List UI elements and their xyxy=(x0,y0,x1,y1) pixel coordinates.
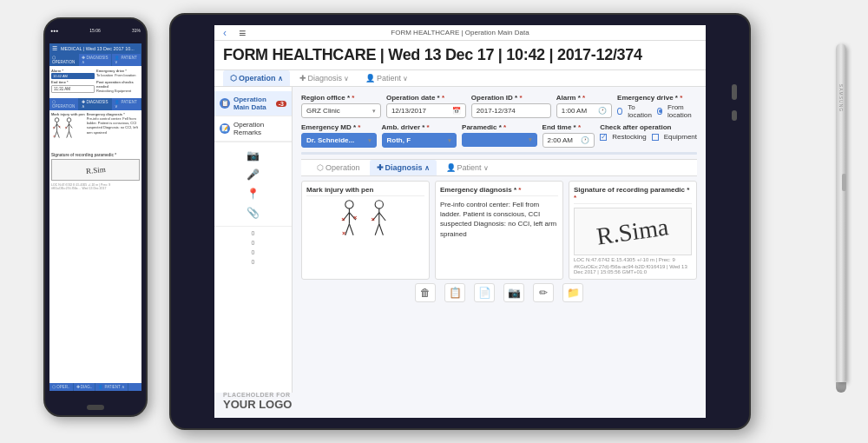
folder-button[interactable]: 📁 xyxy=(562,283,583,302)
end-time-input[interactable]: 2:00 AM 🕐 xyxy=(542,133,595,148)
counter4: 0 xyxy=(252,259,255,265)
back-button[interactable]: ‹ xyxy=(223,27,227,39)
emergency-diagnosis-panel: Emergency diagnosis * Pre-info control c… xyxy=(435,181,563,280)
operation-date-group: Operation date * 12/13/2017 📅 xyxy=(386,94,466,119)
op-id-input[interactable]: 2017-12/374 xyxy=(471,103,551,118)
tab-patient[interactable]: 👤 Patient ∨ xyxy=(358,70,415,86)
bottom-tab-operation[interactable]: ⬡ Operation xyxy=(310,160,367,175)
sidebar-item-operation-main[interactable]: 📋 Operation Main Data -3 xyxy=(214,91,292,116)
phone-body-diagram: × × × × xyxy=(51,116,76,149)
phone-tab-operation[interactable]: ⬡ OPERATION xyxy=(49,54,79,66)
photo-button[interactable]: 📷 xyxy=(503,283,524,302)
stylus-pen: SAMSUNG xyxy=(833,43,849,391)
region-office-input[interactable]: GRZ Clinic ▾ xyxy=(301,103,381,118)
to-location[interactable]: To location xyxy=(96,73,113,77)
chevron-down-icon: ∨ xyxy=(344,75,349,83)
equipment-check[interactable]: Equipment xyxy=(115,89,131,93)
phone-tab-patient[interactable]: 👤 PATIENT ∨ xyxy=(112,54,141,66)
phone-sig-area[interactable]: R.Sim xyxy=(51,159,140,181)
op-date-label: Operation date * xyxy=(386,94,466,102)
phone-bot-tab-op[interactable]: ⬡ OPER.. xyxy=(49,383,74,391)
stylus-side-button[interactable] xyxy=(842,174,846,191)
delete-button[interactable]: 🗑 xyxy=(415,283,436,302)
counter2: 0 xyxy=(252,240,255,246)
hamburger-icon[interactable]: ☰ xyxy=(52,45,57,52)
phone-body: ●●● 15:06 31% ☰ MEDICAL | Wed 13 Dec 201… xyxy=(43,17,148,417)
phone-vol-down-button[interactable] xyxy=(43,93,45,110)
tab-operation[interactable]: ⬡ Operation ∧ xyxy=(223,70,290,86)
svg-point-16 xyxy=(345,200,353,208)
phone-diag-text: Pre-info control center: Fell from ladde… xyxy=(87,116,140,135)
tablet-vol-button[interactable] xyxy=(732,110,737,121)
alarm-group: Alarm * 1:00 AM 🕐 xyxy=(556,94,612,119)
radio-from-location[interactable] xyxy=(657,108,662,115)
sidebar-op-remarks-label: Operation Remarks xyxy=(233,121,286,136)
phone-diag-section: Mark injury with pen × × × xyxy=(49,110,141,152)
menu-icon[interactable]: ≡ xyxy=(239,26,246,40)
mic-icon[interactable]: 🎤 xyxy=(247,169,260,181)
emerg-md-input[interactable]: Dr. Schneide... ▾ xyxy=(301,133,377,148)
dropdown-arrow2: ▾ xyxy=(368,137,372,144)
check-after-label: Check after operation xyxy=(600,123,697,131)
radio-to-location[interactable] xyxy=(617,108,622,115)
bottom-tab-diagnosis[interactable]: ✚ Diagnosis ∧ xyxy=(370,160,437,175)
clock-icon: 🕐 xyxy=(598,107,607,115)
svg-text:×: × xyxy=(353,214,358,222)
location-icon[interactable]: 📍 xyxy=(247,188,260,200)
tablet-header-label: FORM HEALTHCARE | Operation Main Data xyxy=(391,29,529,36)
section-divider xyxy=(301,152,697,155)
phone-home-button[interactable] xyxy=(87,405,104,410)
phone-bottom-tabs: ⬡ OPER.. ✚ DIAG.. 👤 PATIENT ∧ xyxy=(49,383,141,391)
bottom-tab-patient[interactable]: 👤 Patient ∨ xyxy=(439,160,496,175)
tablet-body: ‹ ≡ FORM HEALTHCARE | Operation Main Dat… xyxy=(169,13,751,430)
restocking-label: Restocking xyxy=(612,133,647,141)
bottom-patient-chevron: ∨ xyxy=(483,164,489,172)
checkbox-equipment[interactable] xyxy=(652,134,659,141)
svg-line-21 xyxy=(349,223,353,235)
phone-diag-tab-diag[interactable]: ✚ DIAGNOSIS ∧ xyxy=(79,98,112,110)
document-button[interactable]: 📄 xyxy=(474,283,495,302)
op-date-input[interactable]: 12/13/2017 📅 xyxy=(386,103,466,118)
camera-icon[interactable]: 📷 xyxy=(247,149,260,162)
signature-text: R.Sima xyxy=(595,213,671,250)
emergency-options: To location From location xyxy=(96,73,140,77)
svg-line-5 xyxy=(57,131,60,137)
bottom-panels-row: Mark injury with pen xyxy=(301,181,697,280)
emergency-diagnosis-title: Emergency diagnosis * xyxy=(440,186,558,196)
svg-line-13 xyxy=(67,131,69,137)
phone-power-button[interactable] xyxy=(146,89,148,115)
post-op-options: Restocking Equipment xyxy=(96,89,140,93)
attachment-icon[interactable]: 📎 xyxy=(247,207,260,219)
phone-status-bar: ●●● 15:06 31% xyxy=(45,19,146,42)
bottom-op-label: Operation xyxy=(326,163,360,172)
tablet-power-button[interactable] xyxy=(732,84,737,100)
from-location[interactable]: From location xyxy=(115,73,135,77)
restocking-check[interactable]: Restocking xyxy=(96,89,114,93)
bottom-patient-label: Patient xyxy=(457,163,482,172)
phone-bot-tab-patient[interactable]: 👤 PATIENT ∧ xyxy=(95,383,128,391)
phone-diag-tab-patient[interactable]: 👤 PATIENT ∨ xyxy=(112,98,141,110)
paramedic-input[interactable]: ▾ xyxy=(462,133,537,147)
tablet-screen: ‹ ≡ FORM HEALTHCARE | Operation Main Dat… xyxy=(214,25,706,418)
phone-bot-tab-diag[interactable]: ✚ DIAG.. xyxy=(74,383,96,391)
sidebar-item-operation-remarks[interactable]: 📝 Operation Remarks xyxy=(214,116,292,142)
svg-text:×: × xyxy=(342,228,346,236)
checkbox-restocking[interactable] xyxy=(600,134,607,141)
alarm-input[interactable]: 1:00 AM 🕐 xyxy=(556,103,612,118)
tab-diagnosis-label: Diagnosis xyxy=(308,74,343,83)
tablet-sidebar: 📋 Operation Main Data -3 📝 Operation Rem… xyxy=(214,87,293,393)
tab-diagnosis[interactable]: ✚ Diagnosis ∨ xyxy=(293,70,357,86)
emerg-md-label: Emergency MD * xyxy=(301,123,377,131)
region-office-label: Region office * xyxy=(301,94,381,102)
copy-button[interactable]: 📋 xyxy=(444,283,465,302)
edit-button[interactable]: ✏ xyxy=(533,283,554,302)
signature-area[interactable]: R.Sima xyxy=(574,208,692,255)
phone-vol-up-button[interactable] xyxy=(43,71,45,89)
operation-id-group: Operation ID * 2017-12/374 xyxy=(471,94,551,119)
phone-tab-diagnosis[interactable]: ✚ DIAGNOSIS ∧ xyxy=(79,54,112,66)
amb-driver-input[interactable]: Roth, F ▾ xyxy=(382,133,457,148)
patient-icon: 👤 xyxy=(365,74,375,83)
clock-icon2: 🕐 xyxy=(581,136,589,144)
phone-diag-tab-op[interactable]: ⬡ OPERATION xyxy=(49,98,79,110)
to-location-label: To location xyxy=(628,103,652,119)
